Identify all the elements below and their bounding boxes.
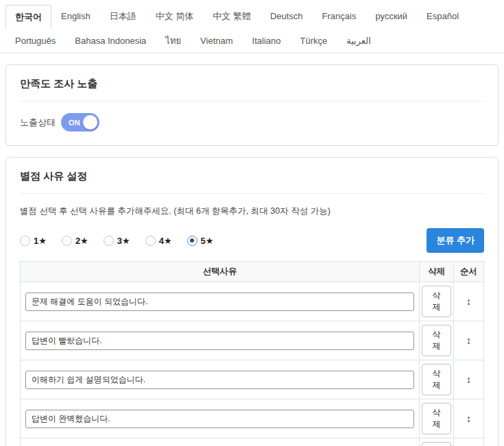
- star-reason-title: 별점 사유 설정: [20, 170, 484, 183]
- delete-cell: 삭제: [420, 321, 454, 360]
- star-radio-3[interactable]: 3★: [104, 236, 130, 246]
- exposure-toggle[interactable]: ON: [61, 113, 99, 132]
- delete-button-2[interactable]: 삭제: [422, 364, 451, 395]
- star-radio-label: 4★: [159, 236, 172, 246]
- delete-button-0[interactable]: 삭제: [422, 286, 451, 317]
- reorder-handle-icon[interactable]: ↕: [466, 335, 471, 346]
- language-tab-13[interactable]: Italiano: [243, 29, 291, 53]
- radio-circle-icon[interactable]: [104, 236, 114, 246]
- exposure-status-label: 노출상태: [20, 116, 56, 129]
- delete-button-1[interactable]: 삭제: [422, 325, 451, 356]
- order-cell: ↕: [454, 282, 484, 321]
- survey-exposure-title: 만족도 조사 노출: [20, 77, 484, 90]
- language-tab-1[interactable]: English: [51, 4, 100, 29]
- reason-input-3[interactable]: [25, 410, 414, 428]
- language-tab-3[interactable]: 中文 简体: [146, 4, 204, 29]
- reason-table-body: 삭제↕삭제↕삭제↕삭제↕삭제↕: [21, 282, 484, 446]
- language-tab-12[interactable]: Vietnam: [191, 29, 242, 53]
- order-cell: ↕: [454, 399, 484, 438]
- reason-input-1[interactable]: [25, 332, 414, 350]
- delete-button-4[interactable]: 삭제: [422, 442, 451, 446]
- reason-row-1: 삭제↕: [21, 321, 484, 360]
- delete-column-header: 삭제: [420, 262, 454, 282]
- reorder-handle-icon[interactable]: ↕: [466, 296, 471, 307]
- language-tab-9[interactable]: Português: [5, 29, 65, 53]
- reason-cell: [21, 282, 420, 321]
- language-tab-6[interactable]: Français: [313, 4, 366, 29]
- reason-cell: [21, 438, 420, 446]
- radio-circle-icon[interactable]: [187, 236, 197, 246]
- survey-exposure-card: 만족도 조사 노출 노출상태 ON: [5, 64, 499, 146]
- delete-cell: 삭제: [420, 438, 454, 446]
- language-tab-11[interactable]: ไทย: [156, 29, 191, 53]
- reason-input-2[interactable]: [25, 371, 414, 389]
- language-tab-0[interactable]: 한국어: [5, 5, 51, 29]
- delete-button-3[interactable]: 삭제: [422, 403, 451, 434]
- order-column-header: 순서: [454, 262, 484, 282]
- order-cell: ↕: [454, 360, 484, 399]
- star-radio-label: 2★: [75, 236, 88, 246]
- toggle-on-text: ON: [69, 119, 80, 127]
- language-tab-10[interactable]: Bahasa Indonesia: [65, 29, 156, 53]
- reason-row-0: 삭제↕: [21, 282, 484, 321]
- star-radio-2[interactable]: 2★: [62, 236, 88, 246]
- reason-cell: [21, 321, 420, 360]
- reason-row-2: 삭제↕: [21, 360, 484, 399]
- add-category-button[interactable]: 분류 추가: [427, 228, 484, 253]
- order-cell: ↕: [454, 438, 484, 446]
- star-reason-description: 별점 선택 후 선택 사유를 추가해주세요. (최대 6개 항목추가, 최대 3…: [20, 206, 484, 217]
- delete-cell: 삭제: [420, 282, 454, 321]
- star-radio-label: 1★: [34, 236, 47, 246]
- star-radio-group: 1★2★3★4★5★: [20, 236, 213, 246]
- toggle-knob-icon: [83, 115, 97, 129]
- language-tab-7[interactable]: русский: [365, 4, 417, 29]
- language-tab-4[interactable]: 中文 繁體: [203, 4, 261, 29]
- radio-circle-icon[interactable]: [20, 236, 30, 246]
- reason-cell: [21, 360, 420, 399]
- language-tab-15[interactable]: العربية: [337, 29, 381, 53]
- star-radio-5[interactable]: 5★: [187, 236, 214, 246]
- language-tab-14[interactable]: Türkçe: [290, 29, 337, 53]
- delete-cell: 삭제: [420, 360, 454, 399]
- order-cell: ↕: [454, 321, 484, 360]
- language-tab-8[interactable]: Español: [417, 4, 468, 29]
- language-tab-bar: 한국어English日本語中文 简体中文 繁體DeutschFrançaisру…: [0, 0, 504, 53]
- delete-cell: 삭제: [420, 399, 454, 438]
- radio-circle-icon[interactable]: [62, 236, 72, 246]
- reorder-handle-icon[interactable]: ↕: [466, 413, 471, 424]
- reason-row-4: 삭제↕: [21, 438, 484, 446]
- star-radio-label: 3★: [117, 236, 130, 246]
- reason-column-header: 선택사유: [21, 262, 420, 282]
- star-radio-label: 5★: [201, 236, 214, 246]
- reason-cell: [21, 399, 420, 438]
- reason-input-0[interactable]: [25, 293, 414, 311]
- star-radio-4[interactable]: 4★: [145, 236, 172, 246]
- reorder-handle-icon[interactable]: ↕: [466, 374, 471, 385]
- language-tab-2[interactable]: 日本語: [100, 4, 146, 29]
- star-radio-1[interactable]: 1★: [20, 236, 47, 246]
- star-reason-card: 별점 사유 설정 별점 선택 후 선택 사유를 추가해주세요. (최대 6개 항…: [5, 157, 499, 446]
- reason-table: 선택사유 삭제 순서 삭제↕삭제↕삭제↕삭제↕삭제↕: [20, 261, 484, 446]
- divider: [20, 193, 484, 194]
- reason-row-3: 삭제↕: [21, 399, 484, 438]
- divider: [20, 101, 484, 101]
- language-tab-5[interactable]: Deutsch: [261, 4, 313, 29]
- radio-circle-icon[interactable]: [145, 236, 156, 246]
